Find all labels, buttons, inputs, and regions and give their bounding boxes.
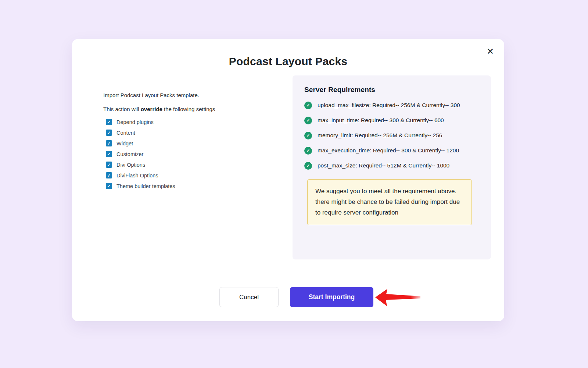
override-notice-emphasis: override: [141, 106, 162, 112]
override-notice-suffix: the following settings: [162, 106, 215, 112]
checkbox-label: Depend plugins: [116, 119, 154, 125]
requirement-text: max_execution_time: Required-- 300 & Cur…: [318, 146, 459, 155]
requirement-text: memory_limit: Required-- 256M & Currentl…: [318, 131, 442, 139]
requirement-text: max_input_time: Required-- 300 & Current…: [318, 116, 444, 124]
checkbox-checked[interactable]: ✓: [106, 172, 112, 178]
check-circle-icon: ✓: [304, 102, 312, 109]
suggestion-warning-box: We suggest you to meet all the requireme…: [307, 179, 472, 225]
checkbox-label: DiviFlash Options: [116, 173, 158, 178]
checkbox-row: ✓ Depend plugins: [106, 119, 269, 125]
override-notice: This action will override the following …: [103, 106, 269, 112]
requirement-row: ✓ max_execution_time: Required-- 300 & C…: [304, 146, 491, 155]
close-icon[interactable]: ✕: [484, 46, 496, 57]
requirement-text: upload_max_filesize: Required-- 256M & C…: [318, 101, 460, 109]
import-description: Import Podcast Layout Packs template.: [103, 92, 269, 98]
requirement-row: ✓ post_max_size: Required-- 512M & Curre…: [304, 162, 491, 170]
checkbox-label: Widget: [116, 141, 133, 146]
requirement-row: ✓ memory_limit: Required-- 256M & Curren…: [304, 131, 491, 139]
check-circle-icon: ✓: [304, 147, 312, 155]
dialog-title: Podcast Layout Packs: [72, 55, 504, 68]
checkbox-checked[interactable]: ✓: [106, 151, 112, 157]
import-options-section: Import Podcast Layout Packs template. Th…: [103, 92, 269, 194]
override-notice-prefix: This action will: [103, 106, 141, 112]
server-requirements-panel: Server Requirements ✓ upload_max_filesiz…: [293, 75, 491, 259]
checkbox-checked[interactable]: ✓: [106, 130, 112, 136]
check-circle-icon: ✓: [304, 117, 312, 124]
page-background: Podcast Layout Packs ✕ Import Podcast La…: [0, 0, 588, 368]
cancel-button[interactable]: Cancel: [219, 287, 279, 307]
checkbox-checked[interactable]: ✓: [106, 162, 112, 168]
requirement-row: ✓ max_input_time: Required-- 300 & Curre…: [304, 116, 491, 124]
checkbox-label: Content: [116, 130, 135, 136]
checkbox-row: ✓ Theme builder templates: [106, 183, 269, 189]
checkbox-label: Customizer: [116, 151, 143, 157]
requirements-list: ✓ upload_max_filesize: Required-- 256M &…: [304, 101, 491, 170]
start-importing-button[interactable]: Start Importing: [290, 287, 373, 307]
checkbox-row: ✓ Divi Options: [106, 162, 269, 168]
checkbox-label: Divi Options: [116, 162, 145, 168]
requirement-text: post_max_size: Required-- 512M & Current…: [318, 162, 449, 170]
requirement-row: ✓ upload_max_filesize: Required-- 256M &…: [304, 101, 491, 109]
checkbox-row: ✓ DiviFlash Options: [106, 172, 269, 178]
checkbox-row: ✓ Widget: [106, 140, 269, 146]
import-dialog: Podcast Layout Packs ✕ Import Podcast La…: [72, 39, 504, 321]
check-circle-icon: ✓: [304, 162, 312, 170]
checkbox-row: ✓ Customizer: [106, 151, 269, 157]
checkbox-checked[interactable]: ✓: [106, 140, 112, 146]
check-circle-icon: ✓: [304, 132, 312, 139]
checkbox-label: Theme builder templates: [116, 183, 175, 189]
checkbox-checked[interactable]: ✓: [106, 183, 112, 189]
settings-checkbox-list: ✓ Depend plugins ✓ Content ✓ Widget: [106, 119, 269, 189]
checkbox-checked[interactable]: ✓: [106, 119, 112, 125]
checkbox-row: ✓ Content: [106, 130, 269, 136]
server-requirements-heading: Server Requirements: [304, 86, 491, 94]
